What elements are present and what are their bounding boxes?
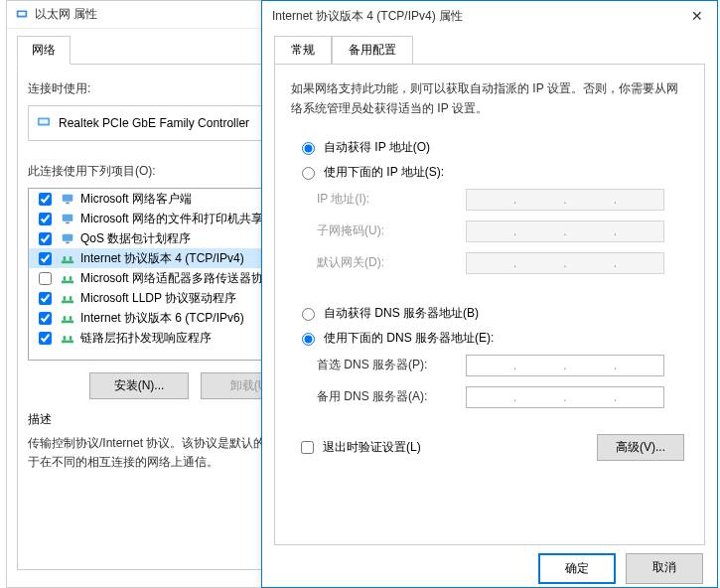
- list-item-label: Internet 协议版本 4 (TCP/IPv4): [80, 250, 244, 267]
- list-item-checkbox[interactable]: [39, 252, 52, 265]
- ipv4-tabstrip: 常规 备用配置: [262, 31, 717, 64]
- exit-validate-input[interactable]: [301, 441, 314, 454]
- install-button[interactable]: 安装(N)...: [89, 372, 189, 399]
- subnet-row: 子网掩码(U): ...: [317, 220, 688, 242]
- close-icon[interactable]: ✕: [687, 8, 707, 24]
- gateway-label: 默认网关(D):: [317, 254, 466, 271]
- list-item-checkbox[interactable]: [39, 232, 52, 245]
- svg-rect-24: [70, 336, 72, 340]
- svg-rect-19: [62, 321, 73, 324]
- svg-rect-5: [66, 203, 70, 205]
- radio-manual-dns-input[interactable]: [302, 333, 315, 346]
- svg-rect-3: [40, 119, 49, 123]
- svg-rect-7: [66, 222, 70, 224]
- protocol-icon: [61, 251, 74, 265]
- dns2-input[interactable]: ...: [466, 386, 664, 408]
- radio-manual-ip-label: 使用下面的 IP 地址(S):: [324, 164, 444, 181]
- ipv4-title: Internet 协议版本 4 (TCP/IPv4) 属性: [272, 8, 463, 25]
- radio-manual-dns-label: 使用下面的 DNS 服务器地址(E):: [324, 330, 494, 347]
- svg-rect-16: [62, 301, 73, 304]
- radio-manual-ip-input[interactable]: [302, 167, 315, 180]
- ipv4-titlebar: Internet 协议版本 4 (TCP/IPv4) 属性 ✕: [262, 1, 717, 31]
- radio-manual-dns[interactable]: 使用下面的 DNS 服务器地址(E):: [297, 330, 688, 347]
- radio-auto-dns[interactable]: 自动获得 DNS 服务器地址(B): [297, 305, 688, 322]
- protocol-icon: [61, 311, 74, 325]
- list-item-label: Microsoft 网络的文件和打印机共享: [80, 211, 263, 227]
- client-icon: [61, 192, 74, 206]
- ipv4-properties-window: Internet 协议版本 4 (TCP/IPv4) 属性 ✕ 常规 备用配置 …: [261, 0, 718, 588]
- list-item-checkbox[interactable]: [39, 332, 52, 345]
- tab-network[interactable]: 网络: [17, 36, 71, 65]
- list-item-checkbox[interactable]: [39, 213, 52, 225]
- nic-icon: [37, 114, 51, 132]
- list-item-label: Microsoft LLDP 协议驱动程序: [80, 290, 236, 307]
- radio-manual-ip[interactable]: 使用下面的 IP 地址(S):: [297, 164, 688, 181]
- tab-alternate[interactable]: 备用配置: [332, 36, 413, 65]
- svg-rect-12: [70, 256, 72, 260]
- svg-rect-23: [64, 336, 67, 340]
- svg-rect-15: [70, 276, 72, 280]
- svg-rect-9: [66, 242, 70, 244]
- svg-rect-8: [63, 234, 73, 241]
- radio-auto-dns-label: 自动获得 DNS 服务器地址(B): [324, 305, 479, 322]
- svg-rect-14: [64, 276, 67, 280]
- list-item-label: Internet 协议版本 6 (TCP/IPv6): [80, 310, 244, 327]
- adapter-name: Realtek PCIe GbE Family Controller: [59, 116, 249, 130]
- ip-address-input: ...: [466, 189, 664, 211]
- dns2-row: 备用 DNS 服务器(A): ...: [317, 386, 688, 408]
- list-item-checkbox[interactable]: [39, 193, 52, 206]
- svg-rect-22: [62, 341, 73, 344]
- protocol-icon: [61, 271, 74, 285]
- intro-text: 如果网络支持此功能，则可以获取自动指派的 IP 设置。否则，你需要从网络系统管理…: [291, 78, 688, 119]
- ethernet-icon: [15, 6, 29, 23]
- radio-auto-dns-input[interactable]: [302, 308, 315, 321]
- svg-rect-1: [19, 12, 26, 16]
- dns1-input[interactable]: ...: [466, 355, 664, 376]
- exit-validate-label: 退出时验证设置(L): [323, 439, 421, 456]
- protocol-icon: [61, 291, 74, 305]
- dns1-row: 首选 DNS 服务器(P): ...: [317, 355, 688, 376]
- ok-button[interactable]: 确定: [538, 553, 616, 584]
- svg-rect-6: [63, 215, 73, 221]
- svg-rect-10: [62, 261, 73, 264]
- svg-rect-18: [70, 296, 72, 300]
- list-item-label: Microsoft 网络客户端: [80, 191, 192, 208]
- radio-auto-ip-label: 自动获得 IP 地址(O): [324, 139, 430, 156]
- ip-address-row: IP 地址(I): ...: [317, 189, 688, 211]
- svg-rect-4: [63, 195, 73, 202]
- dns1-label: 首选 DNS 服务器(P):: [317, 357, 466, 373]
- svg-rect-11: [64, 256, 67, 260]
- ethernet-title: 以太网 属性: [35, 6, 97, 23]
- list-item-checkbox[interactable]: [39, 272, 52, 285]
- cancel-button[interactable]: 取消: [626, 553, 703, 584]
- ipv4-body: 如果网络支持此功能，则可以获取自动指派的 IP 设置。否则，你需要从网络系统管理…: [274, 64, 705, 545]
- advanced-button[interactable]: 高级(V)...: [597, 434, 684, 461]
- svg-rect-20: [64, 316, 67, 320]
- svg-rect-13: [62, 281, 73, 284]
- client-icon: [61, 212, 74, 225]
- dns2-label: 备用 DNS 服务器(A):: [317, 388, 466, 405]
- list-item-label: QoS 数据包计划程序: [80, 230, 191, 247]
- protocol-icon: [61, 331, 74, 345]
- client-icon: [61, 231, 74, 245]
- exit-validate-checkbox[interactable]: 退出时验证设置(L): [297, 438, 421, 457]
- radio-auto-ip-input[interactable]: [302, 142, 315, 155]
- list-item-checkbox[interactable]: [39, 312, 52, 325]
- subnet-label: 子网掩码(U):: [317, 222, 466, 239]
- ip-address-label: IP 地址(I):: [317, 191, 466, 208]
- gateway-row: 默认网关(D): ...: [317, 252, 688, 274]
- list-item-label: Microsoft 网络适配器多路传送器协议: [80, 270, 275, 287]
- exit-row: 退出时验证设置(L) 高级(V)...: [291, 434, 688, 461]
- list-item-label: 链路层拓扑发现响应程序: [80, 330, 212, 347]
- footer-buttons: 确定 取消: [262, 553, 717, 588]
- radio-auto-ip[interactable]: 自动获得 IP 地址(O): [297, 139, 688, 156]
- tab-general[interactable]: 常规: [274, 36, 332, 65]
- list-item-checkbox[interactable]: [39, 292, 52, 305]
- svg-rect-21: [70, 316, 72, 320]
- gateway-input: ...: [466, 252, 664, 274]
- svg-rect-17: [64, 296, 67, 300]
- subnet-input: ...: [466, 220, 664, 242]
